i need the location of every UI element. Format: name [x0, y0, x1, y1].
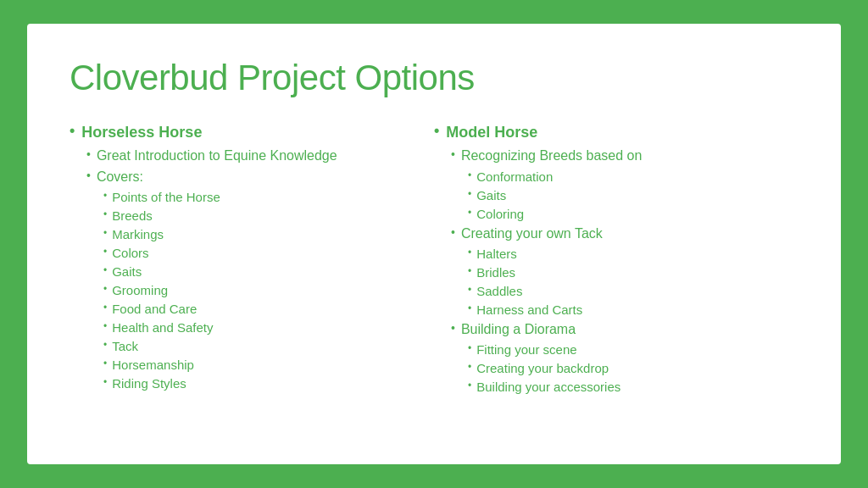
list-item: Fitting your scene: [468, 341, 782, 358]
list-item: Riding Styles: [103, 374, 417, 392]
list-item: Covers:: [86, 168, 417, 186]
list-item: Great Introduction to Equine Knowledge: [86, 147, 417, 165]
list-item: Horsemanship: [103, 356, 417, 374]
item-label: Food and Care: [112, 300, 197, 318]
list-item: Harness and Carts: [468, 301, 782, 319]
left-column: Horseless Horse Great Introduction to Eq…: [70, 122, 434, 439]
item-label: Horseless Horse: [81, 122, 202, 143]
item-label: Recognizing Breeds based on: [461, 147, 642, 165]
list-item: Saddles: [468, 282, 782, 300]
list-item: Colors: [103, 244, 417, 262]
list-item: Points of the Horse: [103, 188, 417, 206]
list-item: Recognizing Breeds based on: [451, 147, 782, 165]
item-label: Building your accessories: [476, 378, 620, 396]
item-label: Riding Styles: [112, 374, 186, 392]
item-label: Bridles: [476, 263, 515, 281]
item-label: Horsemanship: [112, 356, 194, 374]
list-item: Creating your backdrop: [468, 359, 782, 377]
content-area: Horseless Horse Great Introduction to Eq…: [70, 122, 798, 439]
slide: Cloverbud Project Options Horseless Hors…: [27, 24, 841, 464]
left-level2-list: Great Introduction to Equine Knowledge C…: [86, 147, 417, 392]
list-item: Tack: [103, 337, 417, 355]
item-label: Creating your own Tack: [461, 225, 603, 243]
item-label: Grooming: [112, 281, 168, 299]
item-label: Markings: [112, 225, 164, 243]
right-level2-list: Recognizing Breeds based on Conformation…: [451, 147, 782, 396]
item-label: Saddles: [476, 282, 522, 300]
item-label: Points of the Horse: [112, 188, 220, 206]
right-column: Model Horse Recognizing Breeds based on …: [434, 122, 798, 439]
list-item: Gaits: [103, 263, 417, 280]
slide-title: Cloverbud Project Options: [70, 58, 798, 98]
item-label: Gaits: [476, 186, 506, 204]
item-label: Great Introduction to Equine Knowledge: [97, 147, 337, 165]
item-label: Coloring: [476, 205, 524, 223]
breeds-list: Conformation Gaits Coloring: [468, 168, 782, 223]
list-item: Halters: [468, 245, 782, 263]
item-label: Gaits: [112, 263, 142, 280]
list-item: Creating your own Tack: [451, 225, 782, 243]
right-list: Model Horse Recognizing Breeds based on …: [434, 122, 782, 396]
item-label: Conformation: [476, 168, 553, 186]
item-label: Breeds: [112, 207, 153, 225]
list-item: Gaits: [468, 186, 782, 204]
item-label: Harness and Carts: [476, 301, 582, 319]
item-label: Building a Diorama: [461, 320, 576, 339]
item-label: Covers:: [97, 168, 143, 186]
diorama-list: Fitting your scene Creating your backdro…: [468, 341, 782, 396]
list-item: Building a Diorama: [451, 320, 782, 339]
list-item: Markings: [103, 225, 417, 243]
list-item: Coloring: [468, 205, 782, 223]
item-label: Tack: [112, 337, 138, 355]
list-item: Food and Care: [103, 300, 417, 318]
list-item: Health and Safety: [103, 319, 417, 336]
list-item: Breeds: [103, 207, 417, 225]
left-list: Horseless Horse Great Introduction to Eq…: [70, 122, 417, 392]
list-item: Bridles: [468, 263, 782, 281]
item-label: Creating your backdrop: [476, 359, 609, 377]
list-item: Horseless Horse: [70, 122, 417, 143]
item-label: Model Horse: [446, 122, 537, 143]
item-label: Halters: [476, 245, 517, 263]
covers-list: Points of the Horse Breeds Markings Colo…: [103, 188, 417, 392]
item-label: Health and Safety: [112, 319, 213, 336]
tack-list: Halters Bridles Saddles Harness and Cart…: [468, 245, 782, 319]
list-item: Conformation: [468, 168, 782, 186]
list-item: Grooming: [103, 281, 417, 299]
item-label: Fitting your scene: [476, 341, 576, 358]
list-item: Building your accessories: [468, 378, 782, 396]
item-label: Colors: [112, 244, 148, 262]
list-item: Model Horse: [434, 122, 782, 143]
